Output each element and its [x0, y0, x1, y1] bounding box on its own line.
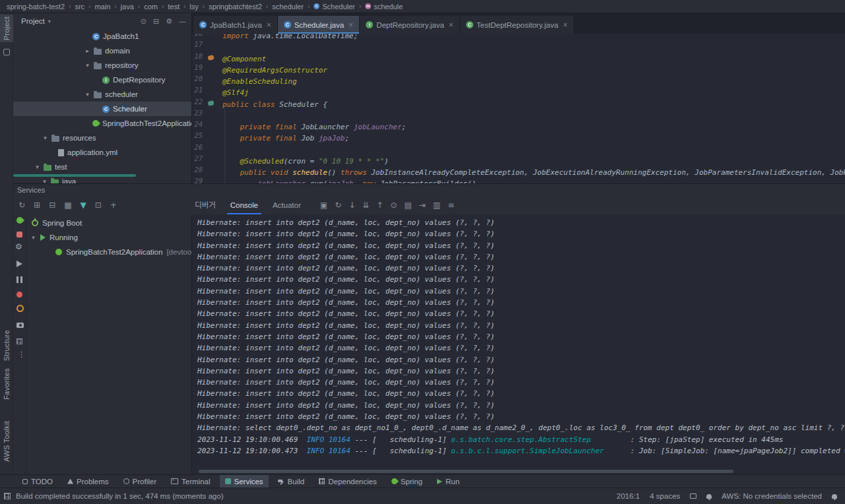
tool-stripe-project[interactable]: Project	[0, 15, 13, 42]
breadcrumb-item[interactable]: mschedule	[364, 3, 404, 11]
editor-tab[interactable]: CScheduler.java×	[278, 16, 360, 34]
spring-bean-icon[interactable]	[207, 100, 215, 106]
memory-view-icon[interactable]	[17, 338, 22, 344]
spring-bean-icon[interactable]	[207, 54, 215, 60]
tool-stripe-aws-toolkit[interactable]: AWS Toolkit	[0, 414, 13, 468]
collapse-all-icon[interactable]: ⊟	[49, 201, 55, 210]
project-tree-item[interactable]: ▾test	[13, 160, 191, 174]
project-tree-item[interactable]: CScheduler	[13, 102, 191, 116]
project-tree-item[interactable]: ▾repository	[13, 58, 191, 73]
expand-all-icon[interactable]: ⊞	[34, 201, 40, 210]
breadcrumb-item[interactable]: java	[119, 3, 135, 11]
more-dots-icon[interactable]: ⋮	[18, 350, 25, 359]
code-editor[interactable]: 16import java.time.LocalDateTime;1718@Co…	[192, 34, 845, 183]
bookmarks-icon[interactable]	[3, 49, 10, 55]
editor-tab[interactable]: IDeptRepository.java×	[360, 16, 460, 34]
aws-credentials[interactable]: AWS: No credentials selected	[722, 492, 822, 500]
breadcrumb-item[interactable]: scheduler	[271, 3, 305, 11]
toolbar-problems[interactable]: Problems	[62, 475, 114, 488]
project-view-selector[interactable]: Project	[21, 17, 45, 25]
spring-icon[interactable]	[15, 216, 24, 225]
chevron-collapsed-icon[interactable]: ▸	[84, 47, 90, 54]
filter-icon[interactable]: ▼	[81, 201, 86, 210]
toolbar-spring[interactable]: Spring	[386, 475, 428, 488]
tool-stripe-structure[interactable]: Structure	[0, 327, 13, 364]
project-tree-item[interactable]: CJpaBatch1	[13, 29, 191, 44]
stop-icon[interactable]	[17, 232, 22, 237]
soft-wrap-icon[interactable]: ▣	[320, 201, 327, 210]
scroll-down-icon[interactable]: ↓	[349, 201, 355, 210]
status-message[interactable]: Build completed successfully in 1 sec, 4…	[16, 492, 223, 500]
resume-icon[interactable]	[17, 261, 22, 267]
breadcrumb-item[interactable]: springbatchtest2	[207, 3, 263, 11]
project-tree-item[interactable]: SpringBatchTest2Application	[13, 116, 191, 131]
jump-to-end-icon[interactable]: ⇥	[419, 201, 426, 210]
add-service-icon[interactable]: +	[110, 201, 117, 210]
project-tree-item[interactable]: ▾scheduler	[13, 87, 191, 102]
editor-tab[interactable]: CTestDeptRepository.java×	[460, 16, 574, 34]
toolbar-services[interactable]: Services	[220, 475, 269, 488]
screencast-icon[interactable]	[690, 493, 696, 499]
tool-stripe-favorites[interactable]: Favorites	[0, 365, 13, 402]
thread-dump-icon[interactable]	[17, 323, 24, 328]
project-tree-item[interactable]: ▸domain	[13, 44, 191, 58]
close-icon[interactable]: ×	[449, 20, 454, 30]
chevron-expanded-icon[interactable]: ▾	[84, 91, 90, 98]
toolbar-run[interactable]: Run	[432, 475, 465, 488]
chevron-expanded-icon[interactable]: ▾	[42, 178, 48, 183]
toolbar-todo[interactable]: TODO	[17, 475, 58, 488]
restart-icon[interactable]: ↻	[335, 201, 341, 210]
caret-position[interactable]: 2016:1	[617, 492, 640, 500]
print-icon[interactable]: ▤	[404, 201, 411, 210]
split-icon[interactable]: ▥	[433, 201, 440, 210]
chevron-expanded-icon[interactable]: ▾	[34, 164, 40, 170]
pause-icon[interactable]	[17, 276, 22, 283]
tool-window-switcher-icon[interactable]	[4, 493, 11, 499]
scroll-to-end-icon[interactable]: ⇊	[362, 201, 369, 210]
record-icon[interactable]	[17, 292, 22, 298]
notifications-icon[interactable]	[832, 494, 837, 499]
chevron-expanded-icon[interactable]: ▾	[42, 135, 48, 141]
editor-tab[interactable]: CJpaBatch1.java×	[193, 16, 278, 34]
breadcrumb-item[interactable]: test	[166, 3, 181, 11]
chevron-expanded-icon[interactable]: ▾	[84, 62, 90, 69]
breadcrumb-item[interactable]: CScheduler	[312, 3, 356, 11]
indent-style[interactable]: 4 spaces	[650, 492, 680, 500]
toolbar-build[interactable]: Build	[273, 475, 310, 488]
toolbar-dependencies[interactable]: Dependencies	[314, 475, 382, 488]
scroll-up-icon[interactable]: ↑	[376, 201, 383, 210]
more-options-icon[interactable]: ≡	[448, 201, 454, 210]
console-tab-debugger[interactable]: 디버거	[187, 196, 223, 214]
breadcrumb-item[interactable]: spring-batch-test2	[5, 3, 66, 11]
console-tab-actuator[interactable]: Actuator	[265, 196, 308, 214]
project-tree-item[interactable]: IDeptRepository	[13, 73, 191, 87]
settings-icon[interactable]: ⚙	[15, 242, 22, 251]
group-by-icon[interactable]: ▦	[64, 201, 71, 210]
console-output[interactable]: Hibernate: insert into dept2 (d_name, lo…	[191, 214, 845, 474]
horizontal-scrollbar[interactable]	[13, 174, 136, 177]
locate-file-icon[interactable]: ⊙	[141, 17, 147, 26]
breadcrumb-item[interactable]: main	[93, 3, 112, 11]
toolbar-terminal[interactable]: Terminal	[166, 475, 215, 488]
chevron-expanded-icon[interactable]: ▾	[30, 234, 36, 241]
breadcrumb-item[interactable]: src	[73, 3, 86, 11]
history-icon[interactable]: ⊙	[390, 201, 397, 210]
open-in-new-tab-icon[interactable]: ⊡	[95, 201, 102, 210]
project-tree-item[interactable]: application.yml	[13, 145, 191, 160]
hide-panel-icon[interactable]: —	[179, 17, 186, 26]
code-line: 25 private final Job jpaJob;	[192, 131, 845, 142]
settings-icon[interactable]: ⚙	[166, 17, 172, 26]
breadcrumb-item[interactable]: com	[143, 3, 159, 11]
toolbar-profiler[interactable]: Profiler	[118, 475, 162, 488]
project-tree-item[interactable]: ▾resources	[13, 131, 191, 145]
close-icon[interactable]: ×	[267, 20, 271, 30]
notifications-muted-icon[interactable]	[706, 494, 712, 499]
collapse-all-icon[interactable]: ⊟	[153, 17, 159, 26]
close-icon[interactable]: ×	[349, 20, 353, 30]
breadcrumb-item[interactable]: lsy	[188, 3, 199, 11]
console-tab-console[interactable]: Console	[223, 196, 265, 214]
profiler-ring-icon[interactable]	[17, 305, 24, 312]
horizontal-scrollbar[interactable]	[199, 470, 733, 473]
rerun-icon[interactable]: ↻	[18, 201, 25, 210]
close-icon[interactable]: ×	[563, 20, 568, 30]
